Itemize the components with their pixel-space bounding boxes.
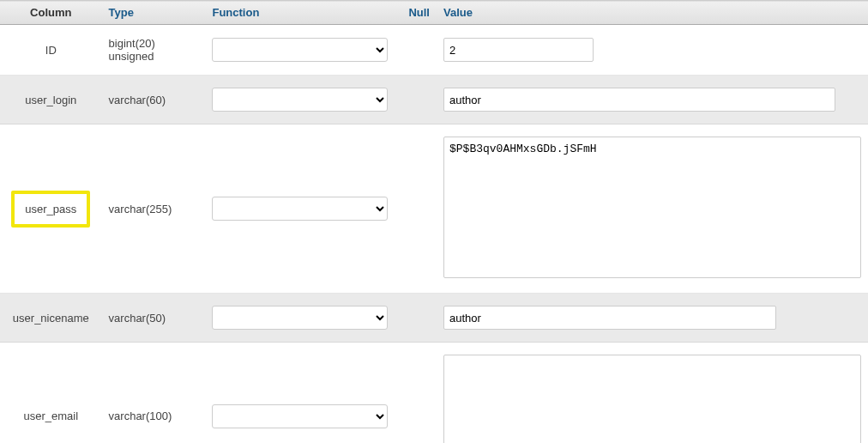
null-cell	[401, 294, 437, 343]
function-cell	[205, 294, 401, 343]
column-label: user_nicename	[13, 312, 89, 325]
value-cell	[437, 25, 868, 76]
column-cell: user_pass	[0, 124, 102, 294]
edit-table: Column Type Function Null Value IDbigint…	[0, 0, 868, 443]
type-cell: varchar(50)	[102, 294, 206, 343]
table-row: IDbigint(20) unsigned	[0, 25, 868, 76]
null-cell	[401, 343, 437, 444]
column-label: user_pass	[25, 203, 76, 215]
function-cell	[205, 124, 401, 294]
value-input[interactable]	[443, 88, 835, 112]
table-row: user_loginvarchar(60)	[0, 76, 868, 124]
null-cell	[401, 124, 437, 294]
header-type: Type	[102, 1, 206, 25]
column-cell: ID	[0, 25, 102, 76]
function-select[interactable]	[212, 404, 388, 428]
column-cell: user_email	[0, 343, 102, 444]
function-select[interactable]	[212, 197, 388, 221]
table-row: user_emailvarchar(100)	[0, 343, 868, 444]
header-value: Value	[437, 1, 868, 25]
column-label: user_email	[24, 410, 79, 422]
column-label: ID	[45, 44, 57, 57]
table-row: user_passvarchar(255)	[0, 124, 868, 294]
value-textarea[interactable]	[443, 137, 861, 278]
value-cell	[437, 124, 868, 294]
column-cell: user_nicename	[0, 294, 102, 343]
function-select[interactable]	[212, 88, 388, 112]
header-row: Column Type Function Null Value	[0, 1, 868, 25]
column-cell: user_login	[0, 76, 102, 124]
header-null: Null	[401, 1, 437, 25]
value-textarea[interactable]	[443, 355, 861, 443]
type-cell: varchar(255)	[102, 124, 206, 294]
function-select[interactable]	[212, 306, 388, 330]
null-cell	[401, 76, 437, 124]
value-cell	[437, 294, 868, 343]
null-cell	[401, 25, 437, 76]
type-cell: varchar(100)	[102, 343, 206, 444]
value-input[interactable]	[443, 306, 776, 330]
function-cell	[205, 76, 401, 124]
table-row: user_nicenamevarchar(50)	[0, 294, 868, 343]
type-cell: bigint(20) unsigned	[102, 25, 206, 76]
function-cell	[205, 25, 401, 76]
function-cell	[205, 343, 401, 444]
value-input[interactable]	[443, 38, 594, 62]
highlight-box: user_pass	[11, 191, 90, 228]
value-cell	[437, 343, 868, 444]
column-label: user_login	[25, 94, 76, 106]
type-cell: varchar(60)	[102, 76, 206, 124]
value-cell	[437, 76, 868, 124]
function-select[interactable]	[212, 38, 388, 62]
header-function: Function	[205, 1, 401, 25]
header-column: Column	[0, 1, 102, 25]
